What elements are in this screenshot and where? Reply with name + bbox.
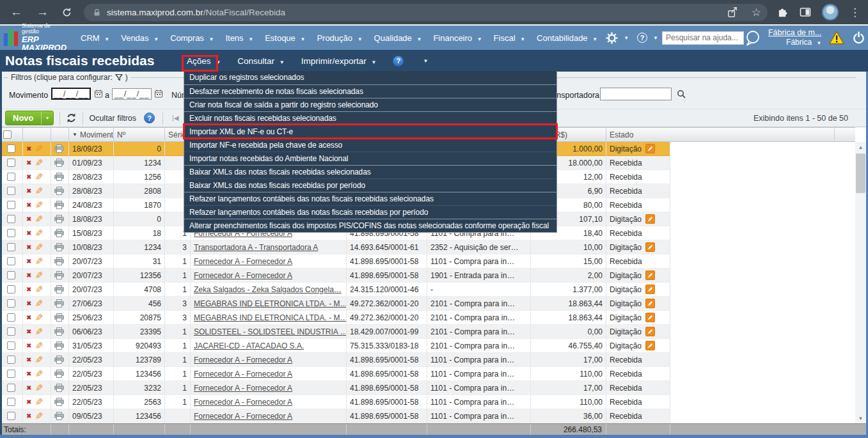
printer-icon[interactable]	[54, 257, 64, 265]
edit-pencil-icon[interactable]: ✎	[35, 326, 43, 338]
edit-pencil-icon[interactable]: ✎	[35, 411, 43, 422]
printer-icon[interactable]	[54, 229, 64, 237]
delete-icon[interactable]: ✖	[26, 356, 31, 363]
row-checkbox[interactable]	[7, 327, 15, 336]
imprimir-menu-button[interactable]: Imprimir/exportar ▼	[301, 56, 377, 66]
delete-icon[interactable]: ✖	[26, 145, 31, 152]
delete-icon[interactable]: ✖	[26, 314, 31, 321]
estado-edit-icon[interactable]	[645, 144, 655, 153]
movimento-from-input[interactable]	[51, 88, 91, 100]
menu-item-0[interactable]: Duplicar os registros selecionados	[184, 71, 556, 84]
fornecedor-link[interactable]: Fornecedor A - Fornecedor A	[194, 370, 292, 379]
delete-icon[interactable]: ✖	[26, 286, 31, 293]
edit-pencil-icon[interactable]: ✎	[35, 228, 43, 239]
fornecedor-link[interactable]: Fornecedor A - Fornecedor A	[194, 356, 292, 364]
menu-item-1[interactable]: Desfazer recebimento de notas fiscais se…	[184, 84, 556, 98]
nav-item-5[interactable]: Produção ▼	[312, 31, 367, 45]
row-checkbox[interactable]	[7, 229, 15, 237]
transportadora-search-icon[interactable]	[677, 90, 686, 101]
estado-edit-icon[interactable]	[645, 327, 655, 336]
printer-icon[interactable]	[54, 173, 64, 181]
acoes-menu-button[interactable]: Ações ▼	[187, 56, 221, 66]
menu-item-9[interactable]: Refazer lançamentos contábeis das notas …	[184, 192, 556, 205]
printer-icon[interactable]	[54, 201, 64, 209]
column-header-estado[interactable]: Estado	[606, 128, 835, 141]
menu-item-6[interactable]: Importar notas recebidas do Ambiente Nac…	[184, 152, 556, 165]
row-checkbox[interactable]	[7, 299, 15, 308]
edit-pencil-icon[interactable]: ✎	[35, 214, 43, 225]
menu-item-10[interactable]: Refazer lançamentos contábeis das notas …	[184, 205, 556, 219]
row-checkbox[interactable]	[7, 257, 15, 265]
browser-reload-icon[interactable]	[61, 7, 72, 18]
row-checkbox[interactable]	[7, 201, 15, 209]
printer-icon[interactable]	[54, 271, 64, 279]
printer-icon[interactable]	[54, 384, 64, 392]
row-checkbox[interactable]	[7, 285, 15, 293]
printer-icon[interactable]	[54, 398, 64, 406]
account-link[interactable]: Fábrica de m...	[768, 28, 821, 38]
url-bar[interactable]: sistema.maxiprod.com.br/NotaFiscal/Receb…	[84, 4, 768, 21]
novo-caret-icon[interactable]: ▼	[41, 111, 54, 125]
fornecedor-link[interactable]: Fornecedor A - Fornecedor A	[194, 257, 292, 266]
gear-caret-icon[interactable]: ▼	[624, 35, 629, 41]
row-checkbox[interactable]	[7, 412, 15, 420]
edit-pencil-icon[interactable]: ✎	[35, 143, 43, 155]
row-checkbox[interactable]	[7, 243, 15, 251]
delete-icon[interactable]: ✖	[26, 173, 31, 180]
delete-icon[interactable]: ✖	[26, 187, 31, 194]
nav-item-2[interactable]: Compras ▼	[165, 31, 219, 45]
delete-icon[interactable]: ✖	[26, 328, 31, 335]
browser-forward-icon[interactable]: →	[36, 5, 49, 19]
title-help-icon[interactable]: ?	[393, 56, 404, 66]
edit-pencil-icon[interactable]: ✎	[35, 157, 43, 169]
logout-power-icon[interactable]	[852, 31, 865, 45]
row-checkbox[interactable]	[7, 356, 15, 364]
printer-icon[interactable]	[54, 159, 64, 167]
edit-pencil-icon[interactable]: ✎	[35, 396, 43, 408]
edit-pencil-icon[interactable]: ✎	[35, 382, 43, 394]
delete-icon[interactable]: ✖	[26, 159, 31, 166]
edit-pencil-icon[interactable]: ✎	[35, 199, 43, 211]
movimento-to-input[interactable]	[112, 88, 152, 100]
delete-icon[interactable]: ✖	[26, 258, 31, 265]
account-name[interactable]: Fábrica ▼	[768, 38, 821, 47]
share-icon[interactable]	[727, 6, 739, 19]
menu-item-5[interactable]: Importar NF-e recebida pela chave de ace…	[184, 138, 556, 152]
menu-item-7[interactable]: Baixar XMLs das notas fiscais recebidas …	[184, 165, 556, 178]
printer-icon[interactable]	[54, 356, 64, 364]
ocultar-filtros-button[interactable]: Ocultar filtros	[89, 114, 136, 123]
edit-pencil-icon[interactable]: ✎	[35, 368, 43, 380]
estado-edit-icon[interactable]	[645, 270, 655, 280]
fornecedor-link[interactable]: Fornecedor A - Fornecedor A	[194, 384, 292, 393]
row-checkbox[interactable]	[7, 215, 15, 223]
scroll-down-icon[interactable]: ▼	[855, 413, 866, 423]
edit-pencil-icon[interactable]: ✎	[35, 171, 43, 183]
row-checkbox[interactable]	[7, 398, 15, 406]
row-checkbox[interactable]	[7, 384, 15, 392]
delete-icon[interactable]: ✖	[26, 244, 31, 251]
first-page-button[interactable]: |◀	[172, 114, 178, 121]
column-header-numero[interactable]: Nº	[114, 128, 165, 141]
row-checkbox[interactable]	[7, 159, 15, 167]
nav-item-4[interactable]: Estoque ▼	[260, 31, 310, 45]
row-checkbox[interactable]	[7, 187, 15, 195]
settings-gear-icon[interactable]	[603, 32, 621, 44]
toolbar-help-icon[interactable]: ?	[144, 113, 155, 123]
delete-icon[interactable]: ✖	[26, 300, 31, 307]
edit-pencil-icon[interactable]: ✎	[35, 256, 43, 267]
row-checkbox[interactable]	[7, 145, 15, 153]
nav-item-3[interactable]: Itens ▼	[220, 31, 258, 45]
vertical-scrollbar[interactable]: ▲ ▼	[855, 142, 866, 423]
extensions-icon[interactable]	[777, 6, 789, 19]
printer-icon[interactable]	[54, 187, 64, 195]
delete-icon[interactable]: ✖	[26, 384, 31, 391]
fornecedor-link[interactable]: JACAREI-CD - ATACADAO S.A.	[194, 341, 304, 350]
row-checkbox[interactable]	[7, 173, 15, 181]
fornecedor-link[interactable]: Transportadora A - Transportadora A	[194, 243, 318, 252]
printer-icon[interactable]	[54, 215, 64, 223]
edit-pencil-icon[interactable]: ✎	[35, 284, 43, 295]
edit-pencil-icon[interactable]: ✎	[35, 270, 43, 281]
edit-pencil-icon[interactable]: ✎	[35, 312, 43, 324]
calendar-to-icon[interactable]	[155, 89, 162, 100]
delete-icon[interactable]: ✖	[26, 272, 31, 279]
